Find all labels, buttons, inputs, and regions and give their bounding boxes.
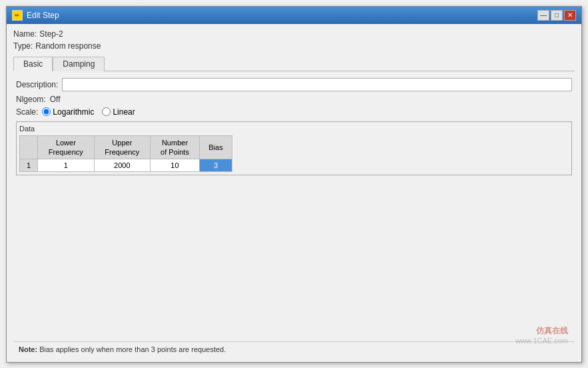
description-row: Description: [16,78,572,91]
cell-row-num: 1 [20,159,38,172]
scale-linear-option[interactable]: Linear [102,107,135,117]
minimize-button[interactable]: — [537,10,549,21]
tabs-container: Basic Damping [13,56,575,71]
scale-linear-label: Linear [113,107,135,117]
data-group: Data LowerFrequency UpperFrequency Numbe… [16,121,572,176]
window-content: Name: Step-2 Type: Random response Basic… [7,24,581,362]
col-header-upper-freq: UpperFrequency [94,135,150,159]
scale-row: Scale: Logarithmic Linear [16,107,572,117]
name-label: Name: [13,29,37,39]
scale-logarithmic-option[interactable]: Logarithmic [42,107,94,117]
title-bar: ✏ Edit Step — □ ✕ [7,7,581,24]
cell-upper-freq[interactable]: 2000 [94,159,150,172]
scale-logarithmic-label: Logarithmic [53,107,94,117]
type-value: Random response [35,41,101,51]
maximize-button[interactable]: □ [551,10,563,21]
nlgeom-row: Nlgeom: Off [16,95,572,104]
note-bar: Note: Bias applies only when more than 3… [13,341,575,357]
data-table: LowerFrequency UpperFrequency Numberof P… [19,135,232,173]
tab-damping[interactable]: Damping [53,57,105,71]
col-header-rownum [20,135,38,159]
cell-num-points[interactable]: 10 [150,159,200,172]
title-controls: — □ ✕ [537,10,576,21]
scale-logarithmic-radio[interactable] [42,107,51,116]
window-icon: ✏ [12,10,23,21]
nlgeom-label: Nlgeom: [16,95,46,104]
table-header-row: LowerFrequency UpperFrequency Numberof P… [20,135,232,159]
data-group-label: Data [19,125,569,133]
col-header-lower-freq: LowerFrequency [38,135,94,159]
description-input[interactable] [62,78,572,91]
scale-linear-radio[interactable] [102,107,111,116]
close-button[interactable]: ✕ [564,10,576,21]
scale-label: Scale: [16,107,38,117]
note-text: Bias applies only when more than 3 point… [39,345,226,353]
col-header-bias: Bias [199,135,232,159]
edit-step-window: ✏ Edit Step — □ ✕ Name: Step-2 Type: Ran… [6,6,582,363]
scale-radio-group: Logarithmic Linear [42,107,135,117]
type-label: Type: [13,41,33,51]
name-row: Name: Step-2 [13,29,575,39]
form-area: Description: Nlgeom: Off Scale: Logarith… [13,74,575,180]
window-title: Edit Step [27,11,59,20]
nlgeom-value: Off [50,95,61,104]
description-label: Description: [16,80,58,89]
cell-lower-freq[interactable]: 1 [38,159,94,172]
type-row: Type: Random response [13,41,575,51]
table-row: 112000103 [20,159,232,172]
note-prefix: Note: [19,345,37,353]
col-header-num-points: Numberof Points [150,135,200,159]
name-value: Step-2 [39,29,63,39]
cell-bias[interactable]: 3 [199,159,232,172]
tab-basic[interactable]: Basic [13,57,53,71]
